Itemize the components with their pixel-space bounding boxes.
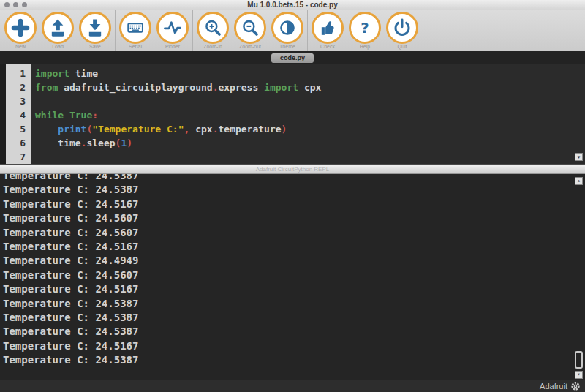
console-line: Temperature C: 24.5167: [3, 197, 585, 211]
theme-label: Theme: [279, 44, 295, 50]
code-line: [35, 94, 585, 108]
help-label: Help: [360, 44, 370, 50]
zoom-in-item: Zoom-in: [197, 12, 229, 50]
help-button[interactable]: ?: [349, 12, 381, 44]
code-line: while True:: [35, 108, 585, 122]
help-item: ?Help: [349, 12, 381, 50]
tab-code-py[interactable]: code.py: [271, 53, 314, 63]
console-line: Temperature C: 24.5607: [3, 211, 585, 225]
line-number: 4: [6, 108, 26, 122]
toolbar-group: Zoom-inZoom-outTheme: [192, 10, 307, 51]
load-item: Load: [42, 12, 74, 50]
thumbs-up-icon: [314, 15, 341, 41]
line-number: 3: [6, 94, 26, 108]
code-area[interactable]: import timefrom adafruit_circuitplaygrou…: [31, 64, 585, 164]
new-button[interactable]: [4, 12, 37, 44]
plotter-label: Plotter: [165, 44, 180, 50]
gear-icon[interactable]: [570, 381, 581, 391]
console-scrollbar-thumb[interactable]: [575, 351, 583, 369]
console-line: Temperature C: 24.5167: [3, 240, 585, 254]
toolbar-group: SerialPlotter: [115, 10, 192, 51]
line-number: 1: [6, 67, 26, 80]
plotter-button[interactable]: [156, 12, 189, 44]
marker-margin: [0, 64, 6, 164]
check-item: Check: [312, 12, 344, 50]
line-number: 5: [6, 122, 26, 136]
close-button[interactable]: [4, 2, 10, 7]
check-button[interactable]: [312, 12, 344, 44]
zoom-out-item: Zoom-out: [234, 12, 266, 50]
console-line: Temperature C: 24.5387: [3, 297, 585, 311]
serial-item: Serial: [119, 12, 151, 50]
toolbar-group: NewLoadSave: [1, 10, 115, 51]
zoom-in-label: Zoom-in: [203, 44, 222, 50]
toolbar-group: Check?HelpQuit: [307, 10, 422, 51]
quit-label: Quit: [398, 44, 407, 50]
title-bar: Mu 1.0.0.beta.15 - code.py: [0, 0, 585, 10]
plus-icon: [7, 15, 34, 41]
save-button[interactable]: [79, 12, 111, 44]
code-line: from adafruit_circuitplayground.express …: [35, 80, 585, 94]
serial-label: Serial: [129, 44, 142, 50]
editor-scroll-down-button[interactable]: ▾: [575, 153, 583, 161]
save-item: Save: [79, 12, 111, 50]
console-line: Temperature C: 24.5387: [3, 311, 585, 325]
keyboard-icon: [122, 15, 148, 41]
console-line: Temperature C: 24.4949: [3, 254, 585, 268]
splitter-label: Adafruit CircuitPython REPL: [256, 166, 330, 173]
power-icon: [389, 15, 415, 41]
console-line: Temperature C: 24.5167: [3, 282, 585, 296]
console-output: Temperature C: 24.5387Temperature C: 24.…: [3, 174, 585, 368]
check-label: Check: [320, 44, 335, 50]
minimize-button[interactable]: [13, 2, 18, 7]
svg-text:?: ?: [361, 20, 369, 37]
upload-icon: [45, 15, 71, 41]
status-bar: Adafruit: [0, 380, 585, 392]
quit-button[interactable]: [386, 12, 418, 44]
mode-label[interactable]: Adafruit: [540, 382, 567, 391]
load-label: Load: [52, 44, 64, 50]
line-number-gutter: 1234567: [6, 64, 31, 164]
magnifier-plus-icon: [200, 15, 226, 41]
console-line: Temperature C: 24.5167: [3, 339, 585, 353]
zoom-out-button[interactable]: [234, 12, 266, 44]
line-number: 2: [6, 80, 26, 94]
mu-editor-window: Mu 1.0.0.beta.15 - code.py NewLoadSaveSe…: [0, 0, 585, 392]
console-line: Temperature C: 24.5387: [3, 353, 585, 367]
zoom-button[interactable]: [22, 2, 27, 7]
console-line: Temperature C: 24.5607: [3, 226, 585, 240]
toolbar: NewLoadSaveSerialPlotterZoom-inZoom-outT…: [0, 10, 585, 51]
magnifier-minus-icon: [237, 15, 263, 41]
code-line: [35, 150, 585, 164]
code-editor[interactable]: 1234567 import timefrom adafruit_circuit…: [0, 64, 585, 164]
zoom-in-button[interactable]: [197, 12, 229, 44]
tab-bar: code.py: [0, 51, 585, 64]
theme-item: Theme: [271, 12, 303, 50]
code-line: import time: [35, 67, 585, 80]
plotter-item: Plotter: [156, 12, 189, 50]
traffic-lights: [4, 2, 27, 7]
new-item: New: [4, 12, 37, 50]
console-line: Temperature C: 24.5387: [3, 174, 585, 183]
code-line: print("Temperature C:", cpx.temperature): [35, 122, 585, 136]
window-title: Mu 1.0.0.beta.15 - code.py: [0, 0, 585, 10]
serial-button[interactable]: [119, 12, 151, 44]
code-line: time.sleep(1): [35, 136, 585, 150]
line-number: 6: [6, 136, 26, 150]
console-scroll-down-button[interactable]: ▾: [575, 371, 583, 379]
contrast-icon: [274, 15, 301, 41]
load-button[interactable]: [42, 12, 74, 44]
line-number: 7: [6, 150, 26, 164]
quit-item: Quit: [386, 12, 418, 50]
console-scroll-up-button[interactable]: ▴: [575, 177, 583, 185]
save-label: Save: [89, 44, 101, 50]
pulse-icon: [159, 15, 186, 41]
serial-console[interactable]: Temperature C: 24.5387Temperature C: 24.…: [0, 174, 585, 380]
new-label: New: [15, 44, 26, 50]
pane-splitter[interactable]: Adafruit CircuitPython REPL: [0, 164, 585, 174]
theme-button[interactable]: [271, 12, 303, 44]
download-icon: [82, 15, 108, 41]
console-line: Temperature C: 24.5607: [3, 268, 585, 282]
console-line: Temperature C: 24.5387: [3, 183, 585, 197]
question-icon: ?: [352, 15, 378, 41]
